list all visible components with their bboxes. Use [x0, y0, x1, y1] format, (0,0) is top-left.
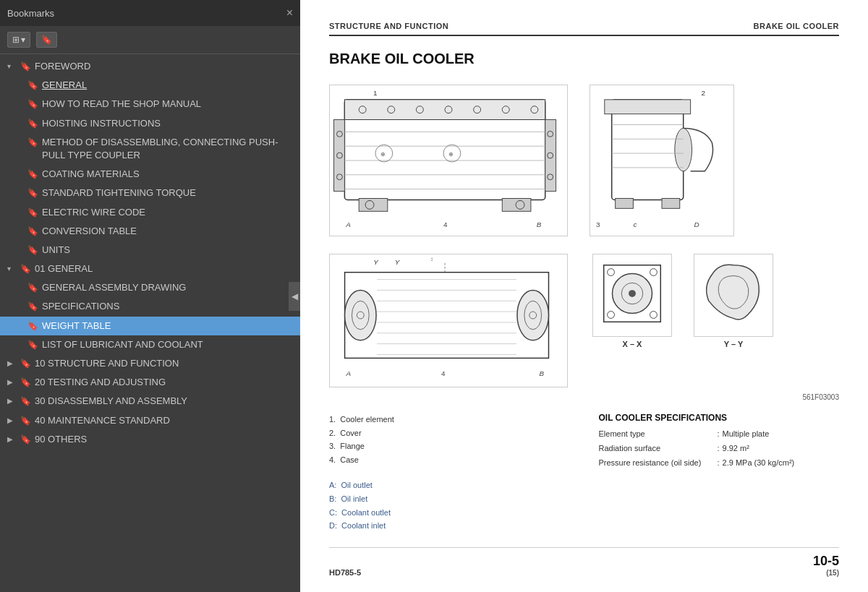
letter-c: C: Coolant outlet	[329, 506, 839, 520]
toolbar-bookmark-button[interactable]: 🔖	[36, 32, 57, 48]
tree-label: ELECTRIC WIRE CODE	[42, 206, 294, 219]
spec-value: 9.92 m²	[723, 442, 749, 456]
bookmark-icon: 🔖	[27, 80, 38, 92]
tree-item-01-general[interactable]: ▾ 🔖 01 GENERAL	[0, 259, 300, 278]
svg-rect-43	[662, 198, 680, 208]
tree-label: LIST OF LUBRICANT AND COOLANT	[42, 338, 294, 351]
tree-label: SPECIFICATIONS	[42, 300, 294, 313]
tree-item-20-testing[interactable]: ▶ 🔖 20 TESTING AND ADJUSTING	[0, 373, 300, 392]
sidebar-tree: ▾ 🔖 FOREWORD 🔖 GENERAL 🔖 HOW TO READ THE…	[0, 54, 300, 592]
parts-list-section: 1. Cooler element 2. Cover 3. Flange 4. …	[329, 413, 839, 470]
page-num-main: 10-5	[813, 554, 839, 569]
sidebar-title: Bookmarks	[7, 8, 54, 19]
bookmark-icon: 🔖	[27, 187, 38, 200]
tree-item-40-maintenance[interactable]: ▶ 🔖 40 MAINTENANCE STANDARD	[0, 411, 300, 430]
tree-item-30-disassembly[interactable]: ▶ 🔖 30 DISASSEMBLY AND ASSEMBLY	[0, 392, 300, 411]
model-number: HD785-5	[329, 568, 361, 577]
tree-item-standard-torque[interactable]: 🔖 STANDARD TIGHTENING TORQUE	[0, 184, 300, 202]
svg-point-74	[650, 269, 658, 276]
bookmark-icon: 🔖	[20, 377, 30, 389]
svg-point-76	[650, 312, 658, 319]
bookmark-icon: 🔖	[20, 395, 30, 408]
page-num-sub: (15)	[813, 569, 839, 577]
tree-label: 20 TESTING AND ADJUSTING	[35, 376, 294, 389]
svg-text:4: 4	[441, 369, 446, 377]
spec-row-3: Pressure resistance (oil side) : 2.9 MPa…	[599, 456, 840, 471]
tree-item-coating[interactable]: 🔖 COATING MATERIALS	[0, 165, 300, 184]
tree-item-general[interactable]: 🔖 GENERAL	[0, 76, 300, 95]
svg-point-73	[608, 269, 615, 276]
svg-rect-36	[605, 100, 691, 114]
bottom-diagram-row: Y Y	[329, 254, 839, 390]
tree-label: 40 MAINTENANCE STANDARD	[35, 414, 294, 427]
svg-text:Y: Y	[373, 258, 379, 266]
bookmark-icon: 🔖	[27, 339, 38, 351]
svg-point-37	[675, 128, 692, 171]
tree-item-electric-wire[interactable]: 🔖 ELECTRIC WIRE CODE	[0, 203, 300, 222]
bookmark-icon: 🔖	[20, 434, 30, 446]
tree-item-hoisting[interactable]: 🔖 HOISTING INSTRUCTIONS	[0, 114, 300, 133]
collapse-sidebar-button[interactable]: ◀	[289, 282, 300, 311]
spec-table: Element type : Multiple plate Radiation …	[599, 427, 840, 470]
page-number: 10-5 (15)	[813, 554, 839, 577]
tree-label: STANDARD TIGHTENING TORQUE	[42, 186, 294, 200]
close-icon[interactable]: ×	[286, 7, 293, 19]
spec-value: 2.9 MPa (30 kg/cm²)	[723, 456, 795, 471]
dropdown-icon: ▾	[21, 35, 25, 45]
chevron-left-icon: ◀	[292, 291, 298, 301]
tree-label: GENERAL	[42, 79, 294, 92]
bookmark-icon: 🔖	[27, 118, 38, 130]
xx-view-container: X – X	[592, 254, 672, 348]
spec-row-2: Radiation surface : 9.92 m²	[599, 442, 840, 456]
spec-colon: :	[718, 427, 720, 442]
tree-item-10-structure[interactable]: ▶ 🔖 10 STRUCTURE AND FUNCTION	[0, 354, 300, 373]
tree-item-foreword[interactable]: ▾ 🔖 FOREWORD	[0, 57, 300, 76]
bookmark-icon: 🔖	[27, 320, 38, 333]
bookmark-icon: 🔖	[20, 61, 30, 73]
tree-label: 30 DISASSEMBLY AND ASSEMBLY	[35, 395, 294, 408]
page-footer: HD785-5 10-5 (15)	[329, 547, 839, 577]
tree-label: COATING MATERIALS	[42, 168, 294, 181]
yy-label: Y – Y	[724, 340, 744, 348]
bookmark-icon: 🔖	[27, 207, 38, 219]
bookmark-icon: 🔖	[27, 282, 38, 294]
tree-item-conversion[interactable]: 🔖 CONVERSION TABLE	[0, 222, 300, 241]
svg-text:Y: Y	[395, 258, 401, 266]
letters-list: A: Oil outlet B: Oil inlet C: Coolant ou…	[329, 479, 839, 533]
svg-point-53	[517, 290, 549, 340]
bookmark-icon: 🔖	[20, 263, 30, 275]
expand-icon: ▶	[7, 396, 19, 406]
tree-label: HOW TO READ THE SHOP MANUAL	[42, 98, 294, 111]
yy-view-container: Y – Y	[694, 254, 773, 348]
toolbar-list-button[interactable]: ⊞ ▾	[7, 32, 30, 48]
letter-b: B: Oil inlet	[329, 492, 839, 506]
sidebar-toolbar: ⊞ ▾ 🔖	[0, 26, 300, 54]
spec-value: Multiple plate	[723, 427, 770, 442]
svg-text:4: 4	[443, 220, 448, 228]
sidebar-header: Bookmarks ×	[0, 0, 300, 26]
svg-text:A: A	[345, 220, 351, 228]
tree-item-lubricant[interactable]: 🔖 LIST OF LUBRICANT AND COOLANT	[0, 335, 300, 354]
tree-item-how-to-read[interactable]: 🔖 HOW TO READ THE SHOP MANUAL	[0, 95, 300, 113]
tree-label: GENERAL ASSEMBLY DRAWING	[42, 281, 294, 294]
svg-point-75	[608, 312, 615, 319]
tree-item-specifications[interactable]: 🔖 SPECIFICATIONS	[0, 297, 300, 316]
tree-label: UNITS	[42, 244, 294, 257]
tree-item-90-others[interactable]: ▶ 🔖 90 OTHERS	[0, 430, 300, 449]
bookmark-icon: 🔖	[27, 301, 38, 313]
tree-item-units[interactable]: 🔖 UNITS	[0, 241, 300, 259]
bookmark-icon: 🔖	[27, 244, 38, 257]
spec-row-1: Element type : Multiple plate	[599, 427, 840, 442]
svg-text:D: D	[694, 220, 699, 228]
svg-rect-35	[612, 100, 684, 200]
spec-key: Element type	[599, 427, 715, 442]
spec-key: Radiation surface	[599, 442, 715, 456]
svg-text:2: 2	[701, 89, 705, 97]
tree-item-method[interactable]: 🔖 METHOD OF DISASSEMBLING, CONNECTING PU…	[0, 133, 300, 165]
tree-label: FOREWORD	[35, 60, 294, 73]
bookmark-icon: 🔖	[41, 35, 52, 45]
tree-item-weight-table[interactable]: 🔖 WEIGHT TABLE	[0, 317, 300, 335]
tree-item-general-assembly[interactable]: 🔖 GENERAL ASSEMBLY DRAWING	[0, 278, 300, 297]
parts-item-3: 3. Flange	[329, 439, 570, 453]
diagrams-container: 1	[329, 85, 839, 390]
